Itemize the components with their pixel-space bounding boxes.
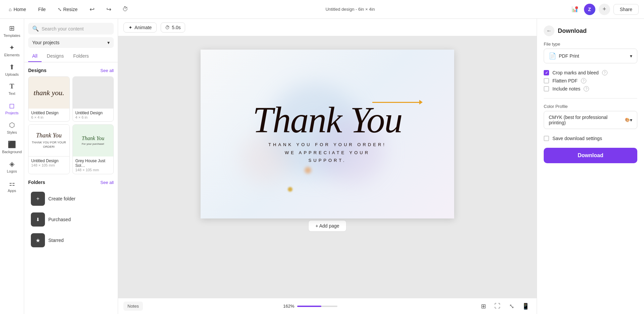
animate-button[interactable]: ✦ Animate	[123, 22, 157, 33]
canvas-subtitle: THANK YOU FOR YOUR ORDER! WE APPRECIATE …	[268, 141, 386, 164]
crop-marks-row: ✓ Crop marks and bleed ?	[544, 69, 637, 77]
share-button[interactable]: Share	[613, 4, 639, 15]
back-button[interactable]: ←	[544, 25, 554, 36]
grid-view-icon[interactable]: ⊞	[478, 301, 489, 312]
redo-button[interactable]: ↪	[103, 4, 114, 15]
projects-icon: ◻	[9, 102, 15, 110]
main-canvas-text: Thank You	[253, 104, 402, 137]
starred-icon: ★	[31, 233, 45, 247]
starred-label: Starred	[48, 238, 64, 243]
design-name-1: Untitled Design	[31, 111, 67, 115]
share-label: Share	[620, 7, 632, 12]
sidebar-item-templates[interactable]: ⊞ Templates	[1, 21, 23, 40]
download-button[interactable]: Download	[544, 148, 637, 163]
sidebar-item-text[interactable]: T Text	[1, 80, 23, 98]
folders-see-all[interactable]: See all	[100, 180, 114, 185]
folder-starred[interactable]: ★ Starred	[28, 230, 114, 251]
add-page-button[interactable]: + Add page	[308, 220, 346, 232]
sidebar-item-elements[interactable]: ✦ Elements	[1, 41, 23, 60]
checkbox-section: ✓ Crop marks and bleed ? Flatten PDF ? I…	[544, 69, 637, 93]
notes-button[interactable]: Notes	[123, 302, 143, 311]
project-dropdown[interactable]: Your projects ▾	[28, 37, 114, 48]
sidebar-item-uploads[interactable]: ⬆ Uploads	[1, 60, 23, 79]
design-thumb-2	[73, 77, 114, 109]
design-canvas[interactable]: Thank You THANK YOU FOR YOUR ORDER! WE A…	[201, 50, 454, 218]
time-display[interactable]: ⏱ 5.0s	[161, 22, 185, 33]
styles-icon: ⬡	[9, 121, 15, 129]
file-menu[interactable]: File	[35, 5, 49, 14]
color-profile-section: Color Profile CMYK (best for professiona…	[544, 104, 637, 129]
design-card-2[interactable]: Untitled Design 4 × 6 in	[72, 76, 114, 122]
design-card-4[interactable]: Thank You For your purchase! Grey House …	[72, 124, 114, 174]
search-box[interactable]: 🔍	[28, 23, 114, 35]
add-collaborator-button[interactable]: +	[599, 4, 610, 15]
folder-purchased[interactable]: ⬇ Purchased	[28, 209, 114, 230]
file-label: File	[38, 7, 46, 12]
flatten-pdf-checkbox[interactable]	[544, 78, 549, 83]
home-button[interactable]: ⌂ Home	[5, 5, 30, 14]
topbar: ⌂ Home File ⤡ Resize ↩ ↪ ⏱ Untitled desi…	[0, 0, 644, 19]
include-notes-info-icon[interactable]: ?	[584, 86, 589, 91]
canvas-toolbar: ✦ Animate ⏱ 5.0s	[118, 19, 537, 36]
color-profile-select[interactable]: CMYK (best for professional printing) 🎨 …	[544, 111, 637, 129]
avatar[interactable]: Z	[584, 4, 595, 15]
zoom-slider[interactable]	[297, 306, 337, 307]
templates-icon: ⊞	[9, 24, 15, 32]
clock-icon: ⏱	[165, 25, 170, 30]
search-input[interactable]	[42, 26, 110, 32]
crop-marks-info-icon[interactable]: ?	[602, 70, 607, 75]
tab-designs[interactable]: Designs	[43, 51, 68, 62]
save-settings-checkbox[interactable]	[544, 136, 549, 141]
undo-button[interactable]: ↩	[86, 4, 98, 15]
sidebar-item-logos[interactable]: ◈ Logos	[1, 157, 23, 176]
file-type-value: PDF Print	[559, 53, 579, 59]
design-name-4: Grey House Just Sol…	[75, 159, 111, 168]
designs-grid: thank you. Untitled Design 6 × 4 in Unti…	[28, 76, 114, 174]
sidebar-icons: ⊞ Templates ✦ Elements ⬆ Uploads T Text …	[0, 19, 24, 314]
stats-icon[interactable]: 📊	[569, 4, 581, 15]
topbar-left: ⌂ Home File ⤡ Resize ↩ ↪ ⏱	[5, 4, 131, 15]
resize-button[interactable]: ⤡ Resize	[54, 5, 81, 14]
design-card-3[interactable]: Thank You THANK YOU FOR YOUR ORDER! Unti…	[28, 124, 70, 174]
tab-folders[interactable]: Folders	[69, 51, 93, 62]
sidebar-item-projects[interactable]: ◻ Projects	[1, 99, 23, 118]
avatar-initials: Z	[588, 7, 591, 12]
designs-see-all[interactable]: See all	[100, 68, 114, 73]
download-button-label: Download	[578, 152, 603, 158]
mobile-preview-icon[interactable]: 📱	[520, 301, 531, 312]
include-notes-label: Include notes	[552, 86, 580, 91]
design-name-3: Untitled Design	[31, 159, 67, 163]
include-notes-checkbox[interactable]	[544, 86, 549, 91]
notification-dot	[575, 6, 578, 9]
crop-marks-checkbox[interactable]: ✓	[544, 70, 549, 75]
sidebar-label-apps: Apps	[8, 189, 16, 193]
search-icon: 🔍	[32, 25, 39, 32]
text-icon: T	[10, 82, 14, 90]
folders-section-title: Folders	[28, 180, 45, 185]
sidebar-item-styles[interactable]: ⬡ Styles	[1, 118, 23, 137]
flatten-pdf-info-icon[interactable]: ?	[581, 78, 586, 83]
design-info-2: Untitled Design 4 × 6 in	[73, 109, 114, 121]
sidebar-label-text: Text	[8, 91, 15, 96]
design-card-1[interactable]: thank you. Untitled Design 6 × 4 in	[28, 76, 70, 122]
fit-screen-icon[interactable]: ⤡	[506, 301, 517, 312]
color-profile-label: Color Profile	[544, 104, 637, 109]
canvas-wrapper: Thank You THANK YOU FOR YOUR ORDER! WE A…	[201, 50, 454, 233]
subtitle-line1: THANK YOU FOR YOUR ORDER!	[268, 142, 386, 147]
tab-all[interactable]: All	[28, 51, 42, 62]
create-folder-icon: +	[31, 192, 45, 206]
timer-icon[interactable]: ⏱	[120, 4, 131, 15]
file-type-select[interactable]: 📄 PDF Print ▾	[544, 49, 637, 63]
fullscreen-icon[interactable]: ⛶	[492, 301, 503, 312]
zoom-control: 162%	[283, 304, 337, 309]
design-title: Untitled design - 6in × 4in	[135, 7, 565, 12]
sidebar-item-apps[interactable]: ⚏ Apps	[1, 177, 23, 195]
bottom-bar: Notes 162% ⊞ ⛶ ⤡ 📱	[118, 298, 537, 314]
subtitle-line2: WE APPRECIATE YOUR	[285, 150, 370, 155]
crop-marks-label: Crop marks and bleed	[552, 70, 599, 75]
canvas-scroll[interactable]: Thank You THANK YOU FOR YOUR ORDER! WE A…	[118, 36, 537, 298]
sidebar-item-background[interactable]: ⬛ Background	[1, 138, 23, 156]
folder-create[interactable]: + Create folder	[28, 188, 114, 209]
apps-icon: ⚏	[9, 179, 15, 187]
elements-icon: ✦	[9, 44, 15, 52]
